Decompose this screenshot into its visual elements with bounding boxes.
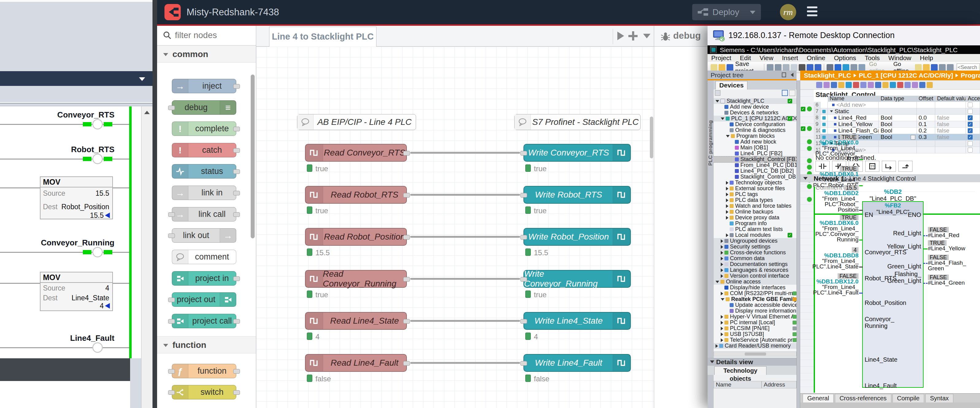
tree-item-display-more-information[interactable]: Display more information xyxy=(714,308,797,314)
project-tree-header[interactable]: Project tree xyxy=(708,71,797,79)
editor-tool-icon[interactable] xyxy=(831,82,837,88)
tag-row-13-datatype[interactable] xyxy=(879,147,917,153)
tree-item-languages-resources[interactable]: Languages & resources xyxy=(714,267,797,273)
tag-row-12-datatype[interactable] xyxy=(879,140,917,147)
editor-tool-icon[interactable] xyxy=(890,82,896,88)
tree-item-version-control-interface[interactable]: Version control interface xyxy=(714,273,797,279)
tree-item-stacklight-control-fb1-[interactable]: Stacklight_Control [FB1] xyxy=(714,156,797,162)
tag-row-7-accessible[interactable] xyxy=(966,108,980,115)
tree-item-plcsim-pn-ie-[interactable]: PLCSIM [PN/IE] xyxy=(714,325,797,331)
redo-icon[interactable] xyxy=(815,64,821,71)
node-port[interactable] xyxy=(168,106,175,110)
tag-row-6-accessible[interactable] xyxy=(966,102,980,108)
flow-node-Write-Conveyor_Running[interactable]: Write Conveyor_Running xyxy=(523,270,631,288)
tag-row-6-name[interactable]: <Add new> xyxy=(828,102,879,108)
operand-name[interactable]: PLC".Line4_Fault xyxy=(810,290,859,295)
menu-project[interactable]: Project xyxy=(711,54,731,62)
tree-item-update-accessible-devices[interactable]: Update accessible devices xyxy=(714,302,797,308)
tree-item-online-diagnostics[interactable]: Online & diagnostics xyxy=(714,127,797,133)
tree-item-devices-networks[interactable]: Devices & networks xyxy=(714,110,797,116)
palette-search[interactable] xyxy=(157,26,256,45)
palette-node-status[interactable]: status xyxy=(172,164,236,179)
flow-node-Write-Conveyor_RTS[interactable]: Write Conveyor_RTS xyxy=(523,144,631,162)
open-branch-icon[interactable] xyxy=(882,161,896,172)
node-port[interactable] xyxy=(168,298,175,302)
palette-node-project-in[interactable]: project in xyxy=(172,271,236,286)
main-menu-icon[interactable] xyxy=(807,6,818,18)
palette-node-function[interactable]: ƒfunction xyxy=(172,364,236,378)
menu-insert[interactable]: Insert xyxy=(782,54,799,62)
run-flow-icon[interactable] xyxy=(617,32,624,40)
tree-item-plc-data-types[interactable]: PLC data types xyxy=(714,197,797,203)
coil-symbol[interactable] xyxy=(92,342,103,353)
new-project-icon[interactable] xyxy=(711,64,718,71)
table-column-accessible-f-[interactable]: Accessible f... xyxy=(966,96,980,102)
tag-row-10-name[interactable]: Line4_Flash_Green xyxy=(828,128,879,134)
flow-node-Write-Line4_State[interactable]: Write Line4_State xyxy=(523,312,631,330)
flow-node-Read-Conveyor_Running[interactable]: Read Conveyor_Running xyxy=(305,270,407,288)
tree-item-plc-1-cpu-1212c-ac-dc-rly-[interactable]: PLC_1 [CPU 1212C AC/DC/Rly]✓ xyxy=(714,116,797,121)
node-port[interactable] xyxy=(233,191,240,195)
tree-item-add-new-block[interactable]: Add new block xyxy=(714,139,797,145)
tab-syntax[interactable]: Syntax xyxy=(925,394,953,402)
ladder-titlebar[interactable] xyxy=(0,71,153,86)
coil-symbol[interactable] xyxy=(92,154,103,164)
comment-node[interactable]: AB EIP/CIP - Line 4 PLC xyxy=(297,114,416,130)
cross-reference-icon[interactable] xyxy=(931,64,938,71)
tab-technology-objects[interactable]: Technology objects xyxy=(714,366,767,375)
coil-symbol[interactable] xyxy=(92,119,103,129)
operand-name[interactable]: Running xyxy=(810,237,859,242)
tag-row-11-datatype[interactable]: Bool xyxy=(879,134,917,140)
flow-node-Read-Robot_RTS[interactable]: Read Robot_RTS xyxy=(305,186,407,204)
node-port[interactable] xyxy=(233,276,240,281)
node-port[interactable] xyxy=(233,84,240,89)
accessible-checkbox[interactable]: ✓ xyxy=(968,135,973,140)
tree-item-teleservice-automatic-protoco-[interactable]: TeleService [Automatic protoco... xyxy=(714,337,797,343)
node-port[interactable] xyxy=(520,235,527,240)
tree-item-display-hide-interfaces[interactable]: Display/hide interfaces xyxy=(714,285,797,291)
accessible-checkbox[interactable] xyxy=(968,148,973,152)
editor-tool-icon[interactable] xyxy=(868,82,874,88)
tree-item-from-line4-plc-db1-[interactable]: From_Line4_PLC [DB1] xyxy=(714,162,797,168)
node-port[interactable] xyxy=(520,151,527,156)
node-port[interactable] xyxy=(403,193,410,198)
tree-item-stacklight-control-db-[interactable]: Stacklight_Control_DB [... xyxy=(714,174,797,180)
palette-node-comment[interactable]: comment xyxy=(172,250,236,264)
tree-item-documentation-settings[interactable]: Documentation settings xyxy=(714,261,797,267)
tree-item-technology-objects[interactable]: Technology objects xyxy=(714,180,797,186)
editor-tool-icon[interactable] xyxy=(853,82,859,88)
node-port[interactable] xyxy=(403,151,410,156)
node-port[interactable] xyxy=(403,361,410,366)
accessible-checkbox[interactable] xyxy=(968,141,973,146)
tree-item-card-reader-usb-memory[interactable]: Card Reader/USB memory xyxy=(714,343,797,349)
accessible-checkbox[interactable] xyxy=(968,109,973,114)
mov-instruction[interactable]: MOVSource4DestLine4_State4 xyxy=(40,272,113,311)
tag-row-7-datatype[interactable] xyxy=(879,108,917,115)
tree-item-pc-internal-local-[interactable]: PC internal [Local] xyxy=(714,320,797,325)
tag-row-9-accessible[interactable]: ✓ xyxy=(966,121,980,128)
tia-titlebar[interactable]: Siemens - C:\Users\richard\Documents\Aut… xyxy=(708,45,980,54)
pin-panel-icon[interactable] xyxy=(782,72,786,77)
flow-canvas[interactable]: AB EIP/CIP - Line 4 PLCS7 Profinet - Sta… xyxy=(256,47,654,408)
canvas-scrollbar[interactable] xyxy=(650,117,653,158)
copy-icon[interactable] xyxy=(783,64,789,71)
editor-tool-icon[interactable] xyxy=(927,82,933,88)
editor-tool-icon[interactable] xyxy=(883,82,889,88)
table-column-data-type[interactable]: Data type xyxy=(879,96,917,102)
flow-node-Write-Robot_RTS[interactable]: Write Robot_RTS xyxy=(523,186,631,204)
flow-node-Write-Line4_Fault[interactable]: Write Line4_Fault xyxy=(523,354,631,372)
tag-row-9-name[interactable]: Line4_Yellow xyxy=(828,121,879,128)
tag-row-8-accessible[interactable]: ✓ xyxy=(966,115,980,121)
node-port[interactable] xyxy=(168,390,175,395)
add-flow-icon[interactable] xyxy=(628,31,638,40)
mov-instruction[interactable]: MOVSource15.5DestRobot_Position15.5 xyxy=(40,176,113,219)
collapse-panel-icon[interactable] xyxy=(791,73,794,77)
palette-node-link-out[interactable]: →link out xyxy=(172,228,236,243)
delete-icon[interactable] xyxy=(799,64,805,71)
table-column-default-value[interactable]: Default value xyxy=(935,96,966,102)
open-project-icon[interactable] xyxy=(719,64,725,71)
palette-node-switch[interactable]: switch xyxy=(172,385,236,399)
node-port[interactable] xyxy=(403,277,410,282)
node-port[interactable] xyxy=(168,212,175,217)
table-column-offset[interactable]: Offset xyxy=(917,96,935,102)
